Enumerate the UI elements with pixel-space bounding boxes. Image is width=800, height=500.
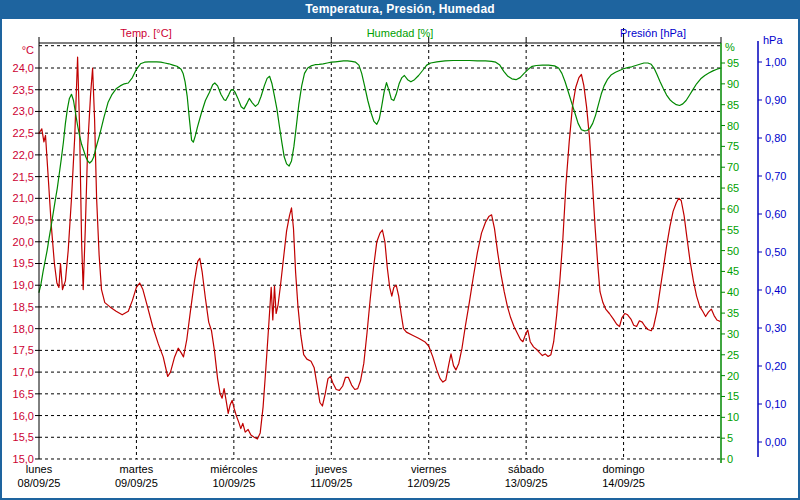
temp-tick-label: 22,5 (13, 127, 34, 139)
pressure-tick-label: 0,80 (765, 132, 786, 144)
pressure-tick-label: 1,00 (765, 56, 786, 68)
chart-plot: °C24,023,523,022,522,021,521,020,520,019… (0, 0, 800, 500)
humidity-tick-label: 50 (727, 245, 739, 257)
day-date-label: 09/09/25 (115, 477, 158, 489)
day-date-label: 12/09/25 (407, 477, 450, 489)
temp-tick-label: 22,0 (13, 149, 34, 161)
pressure-tick-label: 0,30 (765, 322, 786, 334)
temp-tick-label: 16,0 (13, 410, 34, 422)
temp-tick-label: 17,5 (13, 344, 34, 356)
humidity-tick-label: 95 (727, 57, 739, 69)
pressure-tick-label: 0,70 (765, 170, 786, 182)
day-name-label: martes (120, 463, 154, 475)
legend-humidity: Humedad [%] (367, 27, 434, 39)
temp-tick-label: 23,5 (13, 84, 34, 96)
temp-tick-label: 16,5 (13, 388, 34, 400)
humidity-tick-label: 60 (727, 203, 739, 215)
temp-tick-label: 23,0 (13, 105, 34, 117)
humidity-tick-label: 30 (727, 328, 739, 340)
humidity-tick-label: 65 (727, 182, 739, 194)
humidity-tick-label: 15 (727, 390, 739, 402)
humidity-tick-label: 0 (727, 453, 733, 465)
pressure-tick-label: 0,20 (765, 360, 786, 372)
day-date-label: 11/09/25 (310, 477, 352, 489)
pressure-tick-label: 0,50 (765, 246, 786, 258)
temp-tick-label: 19,0 (13, 279, 34, 291)
temp-tick-label: 19,5 (13, 257, 34, 269)
temp-tick-label: 20,0 (13, 236, 34, 248)
temp-tick-label: 20,5 (13, 214, 34, 226)
day-name-label: miércoles (210, 463, 258, 475)
pressure-tick-label: 0,10 (765, 398, 786, 410)
pressure-tick-label: 0,00 (765, 436, 786, 448)
humidity-tick-label: 75 (727, 140, 739, 152)
humidity-axis-unit: % (725, 41, 735, 53)
day-name-label: domingo (602, 463, 644, 475)
humidity-tick-label: 55 (727, 224, 739, 236)
humidity-tick-label: 70 (727, 161, 739, 173)
humidity-tick-label: 40 (727, 286, 739, 298)
temp-axis-unit: °C (22, 44, 34, 56)
day-name-label: jueves (314, 463, 347, 475)
temp-tick-label: 21,0 (13, 192, 34, 204)
temp-tick-label: 15,5 (13, 431, 34, 443)
temp-tick-label: 21,5 (13, 171, 34, 183)
day-name-label: sábado (508, 463, 544, 475)
pressure-axis-unit: hPa (763, 34, 783, 46)
pressure-tick-label: 0,60 (765, 208, 786, 220)
humidity-tick-label: 35 (727, 307, 739, 319)
day-date-label: 08/09/25 (18, 477, 61, 489)
humidity-tick-label: 5 (727, 432, 733, 444)
temp-tick-label: 18,5 (13, 301, 34, 313)
humidity-tick-label: 25 (727, 349, 739, 361)
window-title: Temperatura, Presión, Humedad (305, 2, 495, 16)
day-date-label: 10/09/25 (212, 477, 255, 489)
temp-tick-label: 18,0 (13, 323, 34, 335)
legend-pressure: Presión [hPa] (620, 27, 686, 39)
temp-tick-label: 24,0 (13, 62, 34, 74)
humidity-tick-label: 85 (727, 99, 739, 111)
title-bar: Temperatura, Presión, Humedad (0, 0, 800, 19)
humidity-tick-label: 20 (727, 370, 739, 382)
temp-curve (39, 57, 720, 439)
pressure-tick-label: 0,90 (765, 94, 786, 106)
humidity-tick-label: 45 (727, 265, 739, 277)
day-date-label: 14/09/25 (602, 477, 645, 489)
day-date-label: 13/09/25 (505, 477, 548, 489)
legend-temp: Temp. [°C] (120, 27, 171, 39)
day-name-label: viernes (411, 463, 447, 475)
humidity-tick-label: 10 (727, 411, 739, 423)
temp-tick-label: 17,0 (13, 366, 34, 378)
day-name-label: lunes (26, 463, 53, 475)
humidity-tick-label: 80 (727, 120, 739, 132)
humidity-tick-label: 90 (727, 78, 739, 90)
pressure-tick-label: 0,40 (765, 284, 786, 296)
